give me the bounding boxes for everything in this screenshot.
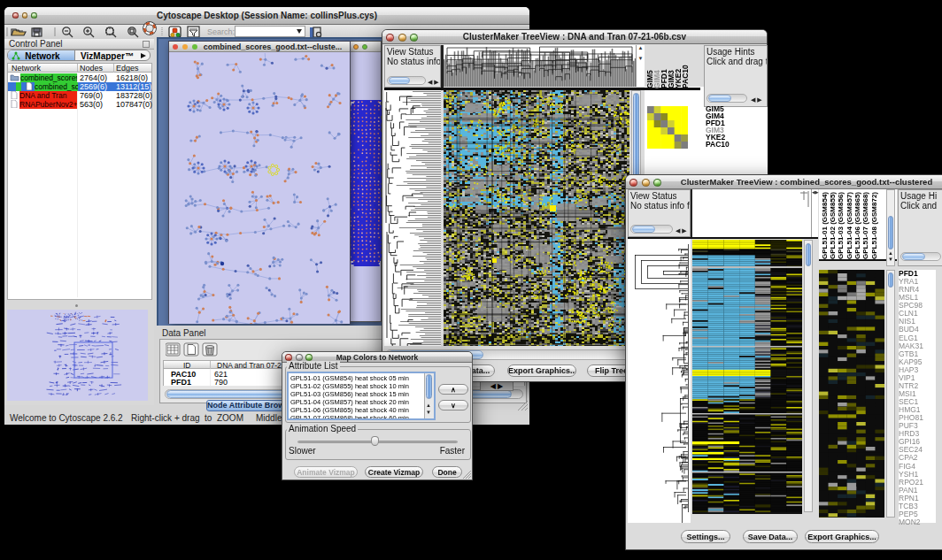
svg-text:Search:: Search: [207, 27, 235, 36]
